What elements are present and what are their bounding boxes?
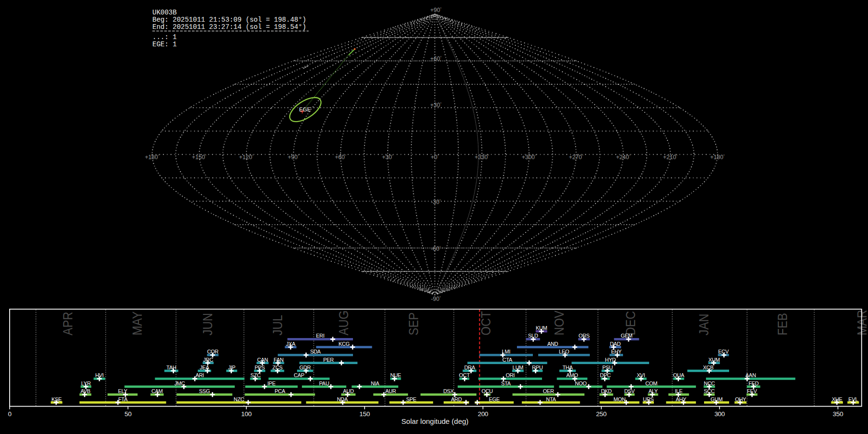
svg-text:+90°: +90° (288, 154, 299, 161)
svg-text:XVI: XVI (637, 372, 645, 378)
svg-text:200: 200 (478, 410, 488, 418)
svg-text:SEP: SEP (406, 312, 421, 336)
svg-text:CAP: CAP (294, 372, 304, 378)
svg-text:JUN: JUN (200, 313, 215, 335)
svg-text:NTA: NTA (546, 396, 556, 402)
svg-text:EGE: EGE (489, 396, 500, 402)
svg-text:+180°: +180° (710, 154, 725, 161)
svg-text:+120°: +120° (239, 154, 254, 161)
svg-text:APR: APR (60, 312, 75, 335)
svg-text:OHY: OHY (735, 396, 746, 402)
svg-text:DRA: DRA (464, 365, 475, 370)
svg-text:NOO: NOO (575, 380, 587, 386)
svg-text:MAR: MAR (854, 310, 868, 336)
svg-text:SPE: SPE (406, 396, 416, 402)
svg-text:+210°: +210° (663, 154, 678, 161)
svg-text:AND: AND (547, 341, 558, 347)
svg-text:0: 0 (8, 410, 11, 418)
svg-text:NUE: NUE (390, 372, 401, 378)
svg-text:SLD: SLD (528, 333, 538, 339)
svg-text:QUA: QUA (673, 372, 685, 378)
svg-text:STA: STA (501, 380, 511, 386)
svg-text:JEA: JEA (200, 365, 209, 370)
svg-text:IPE: IPE (267, 380, 275, 386)
svg-text:GDR: GDR (299, 365, 311, 370)
svg-text:JXA: JXA (286, 341, 296, 347)
svg-text:SDA: SDA (310, 349, 321, 354)
svg-text:+300°: +300° (522, 154, 536, 161)
svg-text:DAD: DAD (610, 341, 621, 347)
svg-text:UK003B: UK003B (152, 9, 176, 16)
svg-text:RPU: RPU (532, 365, 543, 370)
svg-text:LMI: LMI (502, 349, 511, 354)
svg-text:DSV: DSV (624, 388, 635, 394)
svg-text:NDA: NDA (337, 396, 348, 402)
svg-text:EGE: EGE (299, 107, 311, 112)
svg-text:100: 100 (241, 410, 252, 418)
svg-text:ORS: ORS (579, 333, 590, 339)
svg-text:MON: MON (613, 396, 625, 402)
svg-text:+330°: +330° (475, 154, 489, 161)
svg-text:AUR: AUR (385, 388, 396, 394)
svg-text:EVL: EVL (848, 396, 858, 402)
svg-text:AMO: AMO (566, 372, 578, 378)
svg-text:CTA: CTA (502, 357, 513, 363)
svg-text:PCA: PCA (275, 388, 286, 394)
svg-text:URS: URS (643, 396, 653, 402)
svg-text:JUL: JUL (270, 315, 285, 335)
svg-text:KCG: KCG (339, 341, 350, 347)
svg-text:ERI: ERI (316, 333, 325, 339)
svg-text:XUM: XUM (708, 357, 720, 363)
svg-text:DPC: DPC (600, 372, 611, 378)
svg-text:End: 20251011 23:27:14 (sol =: End: 20251011 23:27:14 (sol = 198.54°) (152, 23, 306, 31)
svg-text:FED: FED (748, 380, 759, 386)
svg-text:Solar longitude (deg): Solar longitude (deg) (401, 417, 468, 425)
svg-text:+240°: +240° (616, 154, 630, 161)
svg-text:XCB: XCB (703, 365, 714, 370)
svg-text:CAM: CAM (151, 388, 163, 394)
svg-text:+30°: +30° (382, 154, 393, 161)
svg-text:FEB: FEB (774, 313, 790, 335)
svg-text:PER: PER (323, 357, 334, 363)
svg-text:...: 1: ...: 1 (152, 33, 176, 41)
svg-text:COM: COM (645, 380, 657, 386)
svg-text:+60°: +60° (430, 55, 442, 62)
svg-text:+270°: +270° (569, 154, 583, 161)
svg-text:NOV: NOV (551, 310, 567, 335)
svg-text:EGE: 1: EGE: 1 (152, 41, 176, 48)
svg-text:+90°: +90° (430, 7, 442, 14)
svg-text:+150°: +150° (192, 154, 206, 161)
svg-text:SZC: SZC (250, 372, 260, 378)
svg-text:NZC: NZC (234, 396, 244, 402)
svg-text:SSG: SSG (199, 388, 210, 394)
svg-text:GEM: GEM (621, 333, 632, 339)
svg-text:CAN: CAN (257, 357, 268, 363)
svg-text:AUG: AUG (336, 311, 351, 336)
svg-text:ORI: ORI (506, 372, 515, 378)
svg-text:300: 300 (714, 410, 725, 418)
svg-text:TAH: TAH (166, 365, 176, 370)
svg-text:MAY: MAY (129, 312, 145, 336)
svg-text:ELY: ELY (118, 388, 128, 394)
svg-text:NCC: NCC (704, 380, 715, 386)
svg-text:OCU: OCU (481, 388, 493, 394)
svg-text:DKD: DKD (601, 388, 612, 394)
svg-text:AAN: AAN (746, 372, 756, 378)
svg-text:ARI: ARI (195, 372, 204, 378)
svg-text:FEV: FEV (747, 388, 757, 394)
svg-text:+30°: +30° (430, 102, 442, 108)
svg-text:ZCS: ZCS (272, 365, 283, 370)
svg-text:LEO: LEO (559, 349, 570, 354)
svg-text:250: 250 (596, 410, 607, 418)
svg-text:COR: COR (207, 349, 218, 354)
svg-text:EHY: EHY (611, 349, 622, 354)
svg-text:DEC: DEC (623, 311, 638, 335)
svg-text:HVI: HVI (95, 372, 104, 378)
svg-text:JRC: JRC (203, 357, 213, 363)
svg-text:OCT: OCT (459, 372, 470, 378)
svg-text:AVB: AVB (81, 388, 90, 394)
svg-text:LYR: LYR (81, 380, 91, 386)
svg-text:HYD: HYD (605, 357, 616, 363)
svg-text:LUM: LUM (513, 365, 523, 370)
svg-text:150: 150 (359, 410, 370, 418)
